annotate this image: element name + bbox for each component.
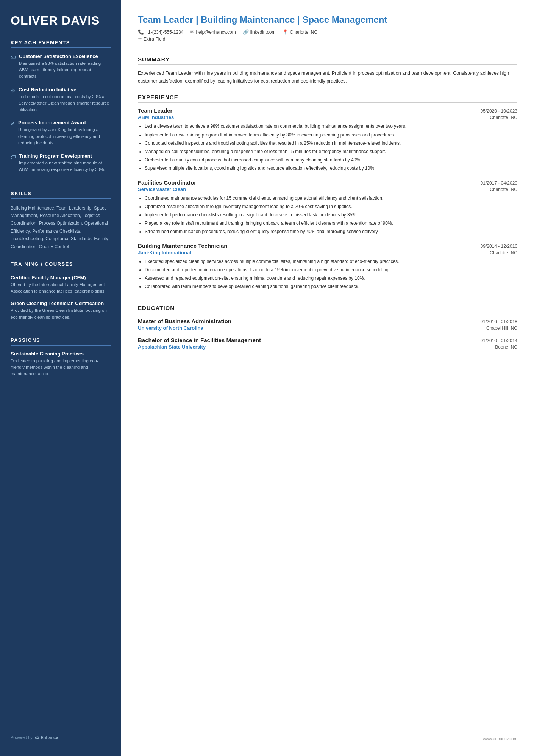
course-title: Green Cleaning Technician Certification xyxy=(11,301,111,306)
edu-header: Bachelor of Science in Facilities Manage… xyxy=(138,337,517,343)
degree-title: Master of Business Administration xyxy=(138,318,231,324)
achievement-title: Process Improvement Award xyxy=(18,120,111,125)
main-footer: www.enhancv.com xyxy=(138,725,517,741)
passions-list: Sustainable Cleaning Practices Dedicated… xyxy=(11,351,111,377)
summary-title: SUMMARY xyxy=(138,56,517,65)
bullet-item: Managed on-call responsibilities, ensuri… xyxy=(145,148,517,155)
achievement-item: 🏷 Customer Satisfaction Excellence Maint… xyxy=(11,53,111,80)
achievement-desc: Maintained a 98% satisfaction rate leadi… xyxy=(19,60,111,80)
bullet-item: Supervised multiple site locations, coor… xyxy=(145,165,517,172)
skills-title: SKILLS xyxy=(11,191,111,199)
school-name: University of North Carolina xyxy=(138,325,203,331)
job-dates: 05/2020 - 10/2023 xyxy=(481,108,517,114)
phone-number: +1-(234)-555-1234 xyxy=(145,30,183,35)
job-title: Building Maintenance Technician xyxy=(138,243,227,249)
edu-location: Chapel Hill, NC xyxy=(486,326,517,331)
achievements-title: KEY ACHIEVEMENTS xyxy=(11,40,111,48)
experience-title: EXPERIENCE xyxy=(138,94,517,103)
phone-icon: 📞 xyxy=(138,29,144,35)
linkedin-url: linkedin.com xyxy=(250,30,276,35)
edu-school-row: University of North Carolina Chapel Hill… xyxy=(138,325,517,331)
exp-company-row: ABM Industries Charlotte, NC xyxy=(138,114,517,120)
training-title: TRAINING / COURSES xyxy=(11,261,111,269)
experience-item: Building Maintenance Technician 09/2014 … xyxy=(138,243,517,291)
exp-header: Building Maintenance Technician 09/2014 … xyxy=(138,243,517,249)
education-title: EDUCATION xyxy=(138,305,517,313)
bullet-item: Conducted detailed inspections and troub… xyxy=(145,140,517,147)
edu-school-row: Appalachian State University Boone, NC xyxy=(138,344,517,350)
main-title: Team Leader | Building Maintenance | Spa… xyxy=(138,14,517,25)
achievement-content: Training Program Development Implemented… xyxy=(19,153,111,173)
passions-title: PASSIONS xyxy=(11,337,111,346)
job-title: Facilities Coordinator xyxy=(138,179,196,186)
summary-text: Experienced Team Leader with nine years … xyxy=(138,69,517,85)
bullet-item: Led a diverse team to achieve a 98% cust… xyxy=(145,123,517,130)
email-icon: ✉ xyxy=(190,29,194,35)
job-bullets: Coordinated maintenance schedules for 15… xyxy=(138,195,517,236)
course-title: Certified Facility Manager (CFM) xyxy=(11,275,111,280)
achievement-item: 🏷 Training Program Development Implement… xyxy=(11,153,111,173)
phone-contact: 📞 +1-(234)-555-1234 xyxy=(138,29,183,35)
training-section: TRAINING / COURSES Certified Facility Ma… xyxy=(11,261,111,327)
achievement-icon: 🏷 xyxy=(11,54,16,60)
achievement-item: ⚙ Cost Reduction Initiative Led efforts … xyxy=(11,87,111,113)
job-bullets: Led a diverse team to achieve a 98% cust… xyxy=(138,123,517,172)
course-desc: Offered by the International Facility Ma… xyxy=(11,282,111,295)
exp-header: Team Leader 05/2020 - 10/2023 xyxy=(138,107,517,114)
enhancv-logo: ∞ Enhancv xyxy=(35,734,58,741)
job-dates: 09/2014 - 12/2016 xyxy=(481,244,517,249)
course-desc: Provided by the Green Clean Institute fo… xyxy=(11,307,111,321)
exp-company-row: ServiceMaster Clean Charlotte, NC xyxy=(138,186,517,192)
edu-dates: 01/2010 - 01/2014 xyxy=(481,338,517,343)
job-dates: 01/2017 - 04/2020 xyxy=(481,180,517,186)
location-icon: 📍 xyxy=(282,29,288,35)
bullet-item: Streamlined communication procedures, re… xyxy=(145,228,517,235)
bullet-item: Implemented performance checklists resul… xyxy=(145,211,517,219)
achievement-content: Cost Reduction Initiative Led efforts to… xyxy=(19,87,111,113)
bullet-item: Optimized resource allocation through in… xyxy=(145,203,517,210)
edu-location: Boone, NC xyxy=(495,344,517,350)
achievement-desc: Implemented a new staff training module … xyxy=(19,160,111,173)
achievement-icon: 🏷 xyxy=(11,154,16,160)
achievement-desc: Led efforts to cut operational costs by … xyxy=(19,94,111,113)
sidebar: OLIVER DAVIS KEY ACHIEVEMENTS 🏷 Customer… xyxy=(0,0,121,756)
company-name: Jani-King International xyxy=(138,250,191,255)
linkedin-contact[interactable]: 🔗 linkedin.com xyxy=(243,29,276,35)
bullet-item: Executed specialized cleaning services a… xyxy=(145,258,517,265)
location-text: Charlotte, NC xyxy=(290,30,317,35)
experience-list: Team Leader 05/2020 - 10/2023 ABM Indust… xyxy=(138,107,517,297)
company-name: ABM Industries xyxy=(138,114,174,120)
bullet-item: Collaborated with team members to develo… xyxy=(145,283,517,290)
achievement-icon: ⚙ xyxy=(11,88,16,94)
star-icon: ☆ xyxy=(138,36,142,42)
experience-item: Facilities Coordinator 01/2017 - 04/2020… xyxy=(138,179,517,236)
education-item: Bachelor of Science in Facilities Manage… xyxy=(138,337,517,350)
bullet-item: Played a key role in staff recruitment a… xyxy=(145,220,517,227)
edu-dates: 01/2016 - 01/2018 xyxy=(481,319,517,324)
email-address: help@enhancv.com xyxy=(196,30,236,35)
job-bullets: Executed specialized cleaning services a… xyxy=(138,258,517,291)
experience-item: Team Leader 05/2020 - 10/2023 ABM Indust… xyxy=(138,107,517,172)
degree-title: Bachelor of Science in Facilities Manage… xyxy=(138,337,261,343)
email-contact: ✉ help@enhancv.com xyxy=(190,29,236,35)
achievement-title: Customer Satisfaction Excellence xyxy=(19,53,111,59)
skills-text: Building Maintenance, Team Leadership, S… xyxy=(11,204,111,250)
candidate-name: OLIVER DAVIS xyxy=(11,14,111,28)
logo-icon: ∞ xyxy=(35,734,39,741)
achievement-item: ✔ Process Improvement Award Recognized b… xyxy=(11,120,111,146)
extra-field-label: Extra Field xyxy=(144,36,165,42)
bullet-item: Assessed and repaired equipment on-site,… xyxy=(145,275,517,282)
achievement-content: Process Improvement Award Recognized by … xyxy=(18,120,111,146)
bullet-item: Documented and reported maintenance oper… xyxy=(145,266,517,274)
achievements-list: 🏷 Customer Satisfaction Excellence Maint… xyxy=(11,53,111,173)
job-location: Charlotte, NC xyxy=(490,250,517,255)
skills-section: SKILLS Building Maintenance, Team Leader… xyxy=(11,191,111,250)
powered-by-label: Powered by xyxy=(11,735,33,740)
achievements-section: KEY ACHIEVEMENTS 🏷 Customer Satisfaction… xyxy=(11,40,111,180)
linkedin-icon: 🔗 xyxy=(243,29,249,35)
website-url: www.enhancv.com xyxy=(483,736,517,741)
extra-field: ☆ Extra Field xyxy=(138,36,517,42)
passion-title: Sustainable Cleaning Practices xyxy=(11,351,111,357)
education-list: Master of Business Administration 01/201… xyxy=(138,318,517,356)
main-header: Team Leader | Building Maintenance | Spa… xyxy=(138,14,517,42)
